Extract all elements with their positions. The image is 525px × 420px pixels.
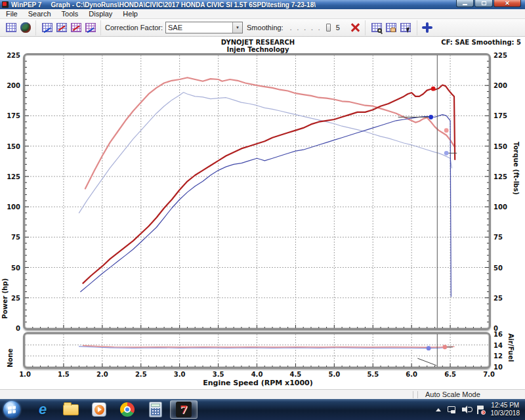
- status-bar: Auto Scale Mode: [0, 389, 525, 399]
- graph-grid-icon[interactable]: [5, 21, 18, 34]
- torque-axis-tick: 150: [494, 143, 512, 150]
- rpm-axis-tick: 5.5: [364, 371, 382, 378]
- status-separator: [417, 391, 418, 398]
- action-center-flag-icon[interactable]: x: [476, 406, 484, 414]
- torque-axis-tick: 200: [494, 82, 512, 89]
- clock[interactable]: 12:45 PM 10/3/2018: [491, 402, 520, 417]
- zoom-graph-icon[interactable]: [370, 21, 383, 34]
- maximize-button[interactable]: [474, 0, 493, 7]
- menu-search[interactable]: Search: [23, 9, 56, 19]
- taskbar-item-ie[interactable]: e: [29, 400, 56, 419]
- airfuel-axis-tick: 14: [494, 342, 512, 349]
- power-axis-tick: 175: [1, 112, 20, 119]
- graph-power-icon[interactable]: [41, 21, 54, 34]
- app-icon: [2, 1, 9, 8]
- power-axis-tick: 150: [1, 143, 20, 150]
- select-graph-icon[interactable]: [399, 21, 412, 34]
- af-left-axis-title: None: [7, 333, 14, 368]
- series-runfile_022-torque: [85, 77, 454, 188]
- power-axis-tick: 50: [1, 264, 20, 272]
- tray-expand-icon[interactable]: [436, 408, 441, 411]
- move-axes-icon[interactable]: [421, 21, 434, 34]
- explorer-folder-icon: [63, 404, 79, 415]
- graph-compare-icon[interactable]: [55, 21, 68, 34]
- minimize-button[interactable]: [456, 0, 474, 7]
- power-axis-title: Power (hp): [1, 135, 9, 319]
- cursor-marker: [431, 87, 436, 91]
- rpm-axis-tick: 1.5: [54, 371, 73, 378]
- app-name: WinPEP 7: [11, 1, 41, 9]
- slider-ticks: .....: [290, 27, 326, 30]
- torque-axis-tick: 25: [494, 295, 512, 302]
- power-axis-tick: 25: [1, 295, 20, 302]
- plot-main[interactable]: [23, 53, 491, 330]
- internet-explorer-icon: e: [39, 402, 47, 417]
- clock-time: 12:45 PM: [491, 402, 520, 410]
- rpm-axis-tick: 6.0: [402, 371, 421, 378]
- title-bar[interactable]: WinPEP 7 Graph - C:\DynoRuns\HONDA\CIVIC…: [0, 0, 525, 9]
- taskbar-item-calculator[interactable]: [142, 400, 169, 419]
- system-tray: x 12:45 PM 10/3/2018: [436, 399, 523, 420]
- start-button[interactable]: [3, 401, 20, 418]
- torque-axis-tick: 100: [494, 203, 512, 211]
- series-runfile_022-af: [83, 346, 454, 348]
- slider-handle[interactable]: [326, 24, 331, 32]
- delete-graph-icon[interactable]: [348, 21, 362, 34]
- power-axis-tick: 200: [1, 82, 20, 89]
- color-sphere-icon[interactable]: [19, 21, 32, 34]
- menu-bar: File Search Tools Display Help: [0, 9, 525, 19]
- taskbar-item-media-player[interactable]: [85, 400, 113, 419]
- network-icon[interactable]: [448, 406, 456, 413]
- graph-multi-icon[interactable]: [84, 21, 97, 34]
- taskbar-item-explorer[interactable]: [57, 400, 85, 419]
- calculator-icon: [149, 402, 162, 417]
- graph-overlay-icon[interactable]: [70, 21, 83, 34]
- menu-file[interactable]: File: [0, 9, 23, 19]
- torque-axis-tick: 125: [494, 173, 512, 180]
- rpm-axis-tick: 3.0: [171, 371, 189, 378]
- menu-tools[interactable]: Tools: [56, 9, 84, 19]
- status-separator: [413, 391, 413, 398]
- cursor-marker: [444, 128, 449, 133]
- rpm-axis-tick: 4.0: [248, 371, 266, 378]
- plot-af[interactable]: [23, 332, 491, 369]
- dyno-brand-text: DYNOJET RESEARCH: [159, 39, 356, 46]
- scale-mode-status: Auto Scale Mode: [420, 390, 525, 398]
- dyno-subtitle-text: Injen Technology: [159, 46, 356, 53]
- rpm-axis-tick: 2.5: [132, 371, 150, 378]
- torque-axis-tick: 75: [494, 234, 512, 241]
- pan-graph-icon[interactable]: [385, 21, 398, 34]
- clock-date: 10/3/2018: [491, 410, 520, 417]
- close-button[interactable]: ✕: [494, 0, 521, 7]
- chevron-down-icon[interactable]: ▼: [232, 22, 242, 33]
- taskbar: e 7 x 12:45 PM 10/3/2018: [0, 399, 525, 420]
- winpep-app-icon: 7: [176, 402, 192, 417]
- power-axis-tick: 100: [1, 203, 20, 211]
- torque-axis-tick: 175: [494, 112, 512, 119]
- rpm-axis-tick: 1.0: [16, 371, 34, 378]
- taskbar-item-chrome[interactable]: [114, 400, 141, 419]
- chart-settings-text: CF: SAE Smoothing: 5: [441, 39, 521, 46]
- rpm-axis-tick: 4.5: [286, 371, 304, 378]
- window-title: Graph - C:\DynoRuns\HONDA\CIVIC\2017 HON…: [51, 1, 316, 9]
- menu-display[interactable]: Display: [83, 9, 117, 19]
- rpm-axis-tick: 3.5: [209, 371, 228, 378]
- volume-icon[interactable]: [462, 406, 471, 413]
- airfuel-axis-tick: 12: [494, 352, 512, 360]
- correction-factor-value: SAE: [166, 24, 232, 32]
- rpm-axis-tick: 6.5: [441, 371, 459, 378]
- desktop: WinPEP 7 Graph - C:\DynoRuns\HONDA\CIVIC…: [0, 0, 525, 420]
- rpm-axis-tick: 2.0: [93, 371, 112, 378]
- menu-help[interactable]: Help: [117, 9, 143, 19]
- series-runfile_020-power: [81, 115, 452, 297]
- taskbar-item-winpep[interactable]: 7: [170, 400, 198, 419]
- torque-axis-tick: 50: [494, 264, 512, 272]
- cursor-marker: [429, 115, 433, 119]
- airfuel-axis-tick: 10: [494, 364, 512, 371]
- smoothing-label: Smoothing:: [247, 24, 284, 32]
- media-player-icon: [92, 402, 106, 417]
- torque-axis-title: Torque (ft-lbs): [513, 142, 520, 312]
- correction-factor-label: Correction Factor:: [105, 24, 163, 32]
- correction-factor-select[interactable]: SAE ▼: [165, 22, 243, 33]
- smoothing-slider[interactable]: .....: [289, 22, 332, 33]
